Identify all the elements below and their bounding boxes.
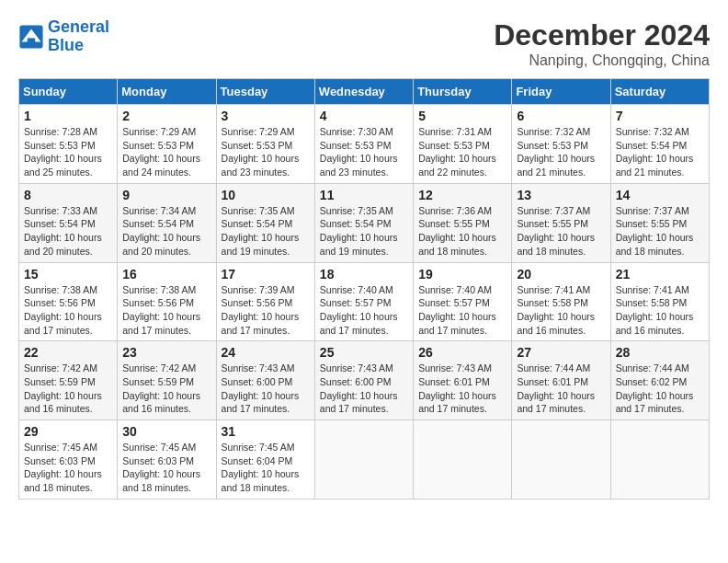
day-number: 21 <box>616 267 704 282</box>
calendar-day-4: 4Sunrise: 7:30 AMSunset: 5:53 PMDaylight… <box>314 105 413 184</box>
day-info: Sunrise: 7:40 AMSunset: 5:57 PMDaylight:… <box>418 283 506 338</box>
calendar-day-18: 18Sunrise: 7:40 AMSunset: 5:57 PMDayligh… <box>314 262 413 341</box>
day-info: Sunrise: 7:45 AMSunset: 6:03 PMDaylight:… <box>122 441 210 495</box>
calendar-day-9: 9Sunrise: 7:34 AMSunset: 5:54 PMDaylight… <box>118 183 216 262</box>
day-info: Sunrise: 7:41 AMSunset: 5:58 PMDaylight:… <box>616 283 704 338</box>
day-number: 7 <box>616 109 704 123</box>
calendar-week-2: 8Sunrise: 7:33 AMSunset: 5:54 PMDaylight… <box>19 183 710 262</box>
day-info: Sunrise: 7:41 AMSunset: 5:58 PMDaylight:… <box>517 283 605 338</box>
day-info: Sunrise: 7:30 AMSunset: 5:53 PMDaylight:… <box>320 125 408 179</box>
calendar-day-26: 26Sunrise: 7:43 AMSunset: 6:01 PMDayligh… <box>414 341 512 420</box>
calendar-day-2: 2Sunrise: 7:29 AMSunset: 5:53 PMDaylight… <box>118 105 216 184</box>
day-info: Sunrise: 7:35 AMSunset: 5:54 PMDaylight:… <box>320 204 408 259</box>
day-number: 18 <box>320 267 408 282</box>
day-number: 20 <box>517 267 605 282</box>
calendar-day-11: 11Sunrise: 7:35 AMSunset: 5:54 PMDayligh… <box>314 183 413 262</box>
calendar-day-10: 10Sunrise: 7:35 AMSunset: 5:54 PMDayligh… <box>216 183 314 262</box>
calendar-day-6: 6Sunrise: 7:32 AMSunset: 5:53 PMDaylight… <box>512 105 610 184</box>
day-number: 5 <box>418 109 506 123</box>
calendar-day-21: 21Sunrise: 7:41 AMSunset: 5:58 PMDayligh… <box>610 262 709 341</box>
day-info: Sunrise: 7:45 AMSunset: 6:03 PMDaylight:… <box>24 441 112 495</box>
day-number: 11 <box>320 188 408 202</box>
day-info: Sunrise: 7:32 AMSunset: 5:53 PMDaylight:… <box>517 125 605 179</box>
header-tuesday: Tuesday <box>216 79 314 105</box>
header-thursday: Thursday <box>414 79 512 105</box>
day-number: 15 <box>24 267 112 282</box>
header-sunday: Sunday <box>19 79 118 105</box>
day-info: Sunrise: 7:32 AMSunset: 5:54 PMDaylight:… <box>616 125 704 179</box>
month-title: December 2024 <box>494 18 710 52</box>
empty-cell <box>512 420 610 500</box>
day-number: 27 <box>517 345 605 360</box>
day-info: Sunrise: 7:29 AMSunset: 5:53 PMDaylight:… <box>222 125 310 179</box>
day-number: 29 <box>24 424 112 439</box>
day-info: Sunrise: 7:39 AMSunset: 5:56 PMDaylight:… <box>222 283 310 338</box>
logo-line2: Blue <box>48 36 84 54</box>
day-info: Sunrise: 7:42 AMSunset: 5:59 PMDaylight:… <box>24 362 112 416</box>
header-wednesday: Wednesday <box>314 79 413 105</box>
day-number: 19 <box>418 267 506 282</box>
day-info: Sunrise: 7:28 AMSunset: 5:53 PMDaylight:… <box>24 125 112 179</box>
day-info: Sunrise: 7:35 AMSunset: 5:54 PMDaylight:… <box>222 204 310 259</box>
calendar-day-19: 19Sunrise: 7:40 AMSunset: 5:57 PMDayligh… <box>414 262 512 341</box>
day-number: 8 <box>24 188 112 202</box>
day-number: 14 <box>616 188 704 202</box>
day-info: Sunrise: 7:29 AMSunset: 5:53 PMDaylight:… <box>122 125 210 179</box>
day-info: Sunrise: 7:45 AMSunset: 6:04 PMDaylight:… <box>222 441 310 495</box>
day-number: 23 <box>122 345 210 360</box>
day-number: 2 <box>122 109 210 123</box>
calendar-week-3: 15Sunrise: 7:38 AMSunset: 5:56 PMDayligh… <box>19 262 710 341</box>
logo-icon <box>18 24 44 50</box>
day-info: Sunrise: 7:38 AMSunset: 5:56 PMDaylight:… <box>122 283 210 338</box>
calendar-day-5: 5Sunrise: 7:31 AMSunset: 5:53 PMDaylight… <box>414 105 512 184</box>
day-info: Sunrise: 7:44 AMSunset: 6:02 PMDaylight:… <box>616 362 704 416</box>
calendar-header-row: SundayMondayTuesdayWednesdayThursdayFrid… <box>19 79 710 105</box>
calendar-week-5: 29Sunrise: 7:45 AMSunset: 6:03 PMDayligh… <box>19 420 710 500</box>
day-info: Sunrise: 7:42 AMSunset: 5:59 PMDaylight:… <box>122 362 210 416</box>
logo-text: General Blue <box>48 18 109 55</box>
day-number: 13 <box>517 188 605 202</box>
empty-cell <box>314 420 413 500</box>
calendar-day-22: 22Sunrise: 7:42 AMSunset: 5:59 PMDayligh… <box>19 341 118 420</box>
calendar-day-29: 29Sunrise: 7:45 AMSunset: 6:03 PMDayligh… <box>19 420 118 500</box>
day-info: Sunrise: 7:34 AMSunset: 5:54 PMDaylight:… <box>122 204 210 259</box>
day-info: Sunrise: 7:43 AMSunset: 6:00 PMDaylight:… <box>320 362 408 416</box>
calendar-day-25: 25Sunrise: 7:43 AMSunset: 6:00 PMDayligh… <box>314 341 413 420</box>
day-info: Sunrise: 7:37 AMSunset: 5:55 PMDaylight:… <box>616 204 704 259</box>
calendar-day-12: 12Sunrise: 7:36 AMSunset: 5:55 PMDayligh… <box>414 183 512 262</box>
calendar-day-16: 16Sunrise: 7:38 AMSunset: 5:56 PMDayligh… <box>118 262 216 341</box>
header-saturday: Saturday <box>610 79 709 105</box>
title-area: December 2024 Nanping, Chongqing, China <box>494 18 710 69</box>
day-number: 10 <box>222 188 310 202</box>
day-number: 9 <box>122 188 210 202</box>
calendar-week-1: 1Sunrise: 7:28 AMSunset: 5:53 PMDaylight… <box>19 105 710 184</box>
calendar-day-15: 15Sunrise: 7:38 AMSunset: 5:56 PMDayligh… <box>19 262 118 341</box>
calendar-day-31: 31Sunrise: 7:45 AMSunset: 6:04 PMDayligh… <box>216 420 314 500</box>
calendar-day-23: 23Sunrise: 7:42 AMSunset: 5:59 PMDayligh… <box>118 341 216 420</box>
calendar-day-8: 8Sunrise: 7:33 AMSunset: 5:54 PMDaylight… <box>19 183 118 262</box>
day-info: Sunrise: 7:43 AMSunset: 6:00 PMDaylight:… <box>222 362 310 416</box>
day-number: 17 <box>222 267 310 282</box>
day-number: 31 <box>222 424 310 439</box>
calendar-day-17: 17Sunrise: 7:39 AMSunset: 5:56 PMDayligh… <box>216 262 314 341</box>
day-number: 28 <box>616 345 704 360</box>
calendar-day-1: 1Sunrise: 7:28 AMSunset: 5:53 PMDaylight… <box>19 105 118 184</box>
day-number: 6 <box>517 109 605 123</box>
logo: General Blue <box>18 18 109 55</box>
calendar-day-28: 28Sunrise: 7:44 AMSunset: 6:02 PMDayligh… <box>610 341 709 420</box>
location-title: Nanping, Chongqing, China <box>494 52 710 69</box>
calendar-day-30: 30Sunrise: 7:45 AMSunset: 6:03 PMDayligh… <box>118 420 216 500</box>
empty-cell <box>610 420 709 500</box>
header-monday: Monday <box>118 79 216 105</box>
logo-line1: General <box>48 17 109 36</box>
day-number: 4 <box>320 109 408 123</box>
calendar-day-13: 13Sunrise: 7:37 AMSunset: 5:55 PMDayligh… <box>512 183 610 262</box>
day-info: Sunrise: 7:38 AMSunset: 5:56 PMDaylight:… <box>24 283 112 338</box>
day-number: 30 <box>122 424 210 439</box>
day-info: Sunrise: 7:44 AMSunset: 6:01 PMDaylight:… <box>517 362 605 416</box>
header-friday: Friday <box>512 79 610 105</box>
day-info: Sunrise: 7:36 AMSunset: 5:55 PMDaylight:… <box>418 204 506 259</box>
day-number: 24 <box>222 345 310 360</box>
day-number: 12 <box>418 188 506 202</box>
calendar-day-20: 20Sunrise: 7:41 AMSunset: 5:58 PMDayligh… <box>512 262 610 341</box>
